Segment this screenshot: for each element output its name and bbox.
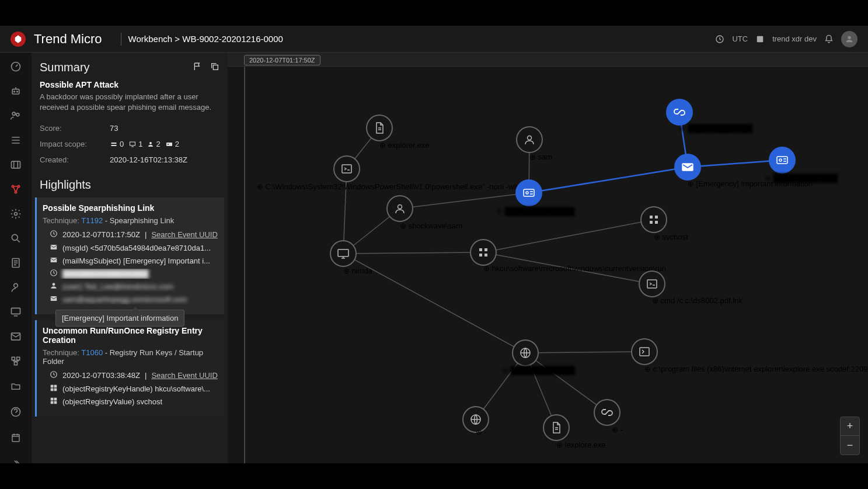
node-label: ⊕ iexplore.exe — [556, 441, 606, 449]
clock-icon — [714, 34, 725, 44]
copy-icon[interactable] — [210, 62, 219, 73]
graph-node-mail[interactable] — [675, 154, 700, 180]
clock-icon — [50, 370, 58, 380]
event-item[interactable]: ████████████████ — [50, 269, 218, 279]
node-label: ⊕ nimda — [343, 266, 373, 275]
nav-gear-icon[interactable] — [9, 208, 22, 220]
zoom-out-button[interactable]: − — [841, 436, 859, 455]
tenant-label[interactable]: trend xdr dev — [772, 34, 817, 43]
timezone-label[interactable]: UTC — [732, 34, 748, 43]
nav-search-icon[interactable] — [9, 233, 22, 244]
graph-edge[interactable] — [343, 252, 483, 254]
nav-monitor-icon[interactable] — [9, 306, 22, 318]
technique-link[interactable]: T1060 — [81, 348, 103, 357]
nav-help-icon[interactable] — [9, 405, 22, 418]
graph-node-iexplore[interactable] — [543, 415, 569, 441]
nav-person-icon[interactable] — [9, 282, 22, 293]
svg-point-58 — [470, 240, 496, 265]
event-item[interactable]: (user) Ted_Lee@trendmicro.com — [50, 282, 218, 292]
graph-edge[interactable] — [525, 352, 644, 353]
graph-node-sam[interactable] — [517, 127, 542, 152]
svg-point-2 — [848, 36, 850, 39]
svg-rect-44 — [51, 401, 54, 404]
registry-icon — [50, 384, 58, 394]
svg-rect-27 — [130, 142, 135, 145]
node-label: ⊕ - — [612, 425, 623, 434]
graph-node-contact2[interactable] — [769, 147, 795, 173]
nav-calendar-icon[interactable] — [9, 431, 22, 444]
event-item[interactable]: (msgId) <5d70b5da54984d0ea7e8710da1... — [50, 243, 218, 253]
search-event-link[interactable]: Search Event UUID — [151, 230, 217, 239]
graph-node-nimda[interactable] — [330, 241, 356, 266]
svg-point-8 — [16, 113, 19, 116]
timeline[interactable]: 2020-12-07T01:17:50Z — [228, 53, 868, 67]
svg-rect-20 — [17, 357, 20, 360]
svg-point-7 — [12, 112, 15, 115]
bell-icon[interactable] — [824, 34, 834, 44]
svg-point-63 — [641, 207, 667, 233]
logo — [11, 32, 26, 47]
event-time-row: 2020-12-07T01:17:50Z | Search Event UUID — [50, 230, 218, 240]
event-item[interactable]: (objectRegistryValue) svchost — [50, 397, 218, 407]
timeline-marker[interactable]: 2020-12-07T01:17:50Z — [244, 55, 320, 65]
graph-node-powershell[interactable] — [334, 156, 360, 182]
nav-list-icon[interactable] — [9, 134, 22, 146]
graph-node-samcontact[interactable] — [516, 180, 542, 206]
event-item[interactable]: sam@aquartmpegg.onmicrosoft.com — [50, 294, 218, 304]
svg-rect-24 — [213, 65, 218, 70]
technique-link[interactable]: T1192 — [81, 216, 103, 225]
graph-node-globe1[interactable] — [513, 340, 538, 366]
highlights-title: Highlights — [32, 168, 228, 197]
graph-node-ie[interactable] — [632, 339, 657, 365]
search-event-link[interactable]: Search Event UUID — [151, 371, 217, 380]
event-item[interactable]: (mailMsgSubject) [Emergency] Important i… — [50, 256, 218, 266]
event-item[interactable]: (objectRegistryKeyHandle) hkcu\software\… — [50, 384, 218, 394]
zoom-in-button[interactable]: + — [841, 417, 859, 436]
card-title: Possible Spearphishing Link — [43, 203, 218, 213]
graph-node-svchost[interactable] — [641, 207, 667, 233]
nav-map-icon[interactable] — [9, 159, 22, 171]
avatar[interactable] — [841, 31, 857, 47]
nav-dashboard-icon[interactable] — [9, 61, 22, 72]
svg-rect-39 — [54, 385, 57, 388]
svg-rect-67 — [655, 221, 658, 224]
svg-rect-40 — [51, 389, 54, 391]
created-value: 2020-12-16T02:13:38Z — [110, 155, 187, 164]
nav-expand-icon[interactable] — [9, 457, 22, 463]
nav-mail-icon[interactable] — [9, 331, 22, 342]
event-time-row: 2020-12-07T03:38:48Z | Search Event UUID — [50, 370, 218, 380]
nav-graph-icon[interactable] — [9, 183, 22, 195]
graph-node-link[interactable] — [667, 99, 692, 125]
svg-rect-43 — [54, 398, 57, 401]
graph-edge[interactable] — [529, 167, 688, 193]
graph-node-cmd[interactable] — [639, 271, 665, 297]
graph-node-run[interactable] — [470, 240, 496, 265]
mail-icon — [50, 243, 58, 253]
graph-node-explorer[interactable] — [367, 115, 392, 141]
node-label: ⊕ C:\Windows\System32\WindowsPowerShell\… — [257, 182, 528, 191]
graph-edge[interactable] — [688, 160, 782, 167]
mail-icon — [50, 294, 58, 304]
node-label: ⊕ svchost — [654, 233, 688, 241]
nav-report-icon[interactable] — [9, 257, 22, 269]
node-label: ⊕ - — [476, 428, 487, 436]
nav-bot-icon[interactable] — [9, 85, 22, 97]
svg-rect-45 — [54, 401, 57, 404]
graph-canvas[interactable]: 2020-12-07T01:17:50Z ⊕ explorer.exe⊕ C:\… — [228, 53, 868, 463]
graph-edge[interactable] — [400, 193, 529, 209]
breadcrumb[interactable]: Workbench > WB-9002-20201216-0000 — [128, 34, 283, 44]
node-label: ⊕ explorer.exe — [379, 141, 429, 150]
nav-network-icon[interactable] — [9, 355, 22, 367]
graph-node-shockwave[interactable] — [387, 196, 413, 221]
node-label: ⊕ ████████████ — [765, 174, 838, 183]
graph-node-link2[interactable] — [594, 400, 620, 425]
highlight-card[interactable]: Uncommon Run/RunOnce Registry Entry Crea… — [35, 320, 224, 417]
nav-folder-icon[interactable] — [9, 380, 22, 393]
svg-point-14 — [12, 234, 18, 240]
node-label: ⊕ cmd /c c:\ds8002.pdf.lnk — [652, 296, 742, 305]
nav-users-icon[interactable] — [9, 110, 22, 122]
flag-icon[interactable] — [193, 62, 202, 73]
svg-rect-29 — [166, 143, 172, 146]
highlight-card[interactable]: Possible Spearphishing LinkTechnique: T1… — [35, 197, 224, 314]
graph-edge[interactable] — [483, 220, 654, 252]
